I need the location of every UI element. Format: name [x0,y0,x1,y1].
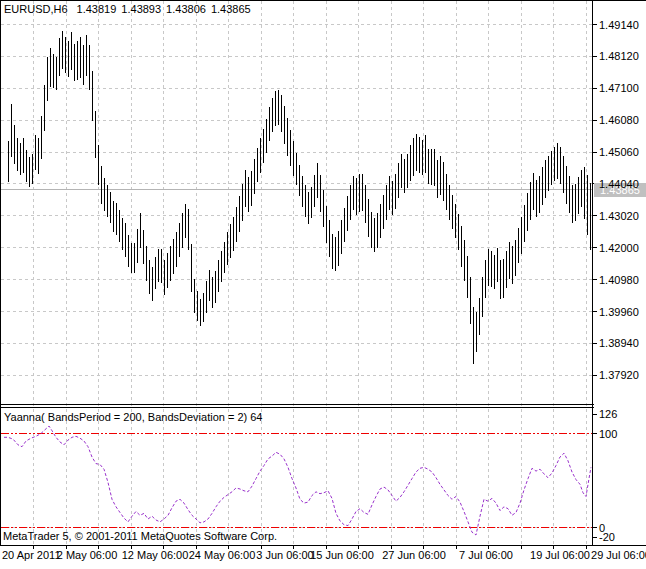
indicator-subwindow-area[interactable] [0,409,592,545]
price-scale-label: 1.42000 [599,242,639,254]
price-scale-label: 1.49140 [599,19,639,31]
price-scale-label: 1.38940 [599,337,639,349]
price-scale-label: 1.40980 [599,274,639,286]
time-scale-label: 3 Jun 06:00 [256,549,314,561]
indicator-scale-label: 126 [599,408,617,420]
price-scale-label: 1.44040 [599,178,639,190]
time-scale-label: 7 Jul 06:00 [459,549,513,561]
price-scale-label: 1.39960 [599,306,639,318]
low-value: 1.43806 [166,3,206,15]
high-value: 1.43893 [121,3,161,15]
open-value: 1.43819 [77,3,117,15]
metatrader-chart-window: EURUSD,H61.438191.438931.438061.43865 Ya… [0,0,646,569]
copyright-label: MetaTrader 5, © 2001-2011 MetaQuotes Sof… [3,530,277,542]
price-scale-label: 1.37920 [599,369,639,381]
time-scale-label: 19 Jul 06:00 [530,549,590,561]
time-scale-label: 15 Jun 06:00 [310,549,374,561]
close-value: 1.43865 [211,3,251,15]
symbol-period-label: EURUSD,H6 [4,3,68,15]
indicator-title: Yaanna( BandsPeriod = 200, BandsDeviatio… [4,411,262,423]
price-scale-label: 1.47100 [599,82,639,94]
price-scale-label: 1.43020 [599,210,639,222]
time-scale-label: 27 Jun 06:00 [382,549,446,561]
time-scale-label: 29 Jul 06:00 [591,549,646,561]
indicator-scale-label: -20 [599,531,615,543]
quote-header: EURUSD,H61.438191.438931.438061.43865 [4,3,256,15]
price-scale-label: 1.48120 [599,50,639,62]
price-scale-label: 1.45060 [599,146,639,158]
time-scale-label: 2 May 06:00 [57,549,118,561]
price-scale-label: 1.46080 [599,114,639,126]
time-scale-label: 12 May 06:00 [122,549,189,561]
time-scale-label: 20 Apr 2011 [2,549,61,561]
indicator-scale-label: 100 [599,428,617,440]
time-scale-label: 24 May 06:00 [189,549,256,561]
main-chart-area[interactable] [0,0,592,404]
